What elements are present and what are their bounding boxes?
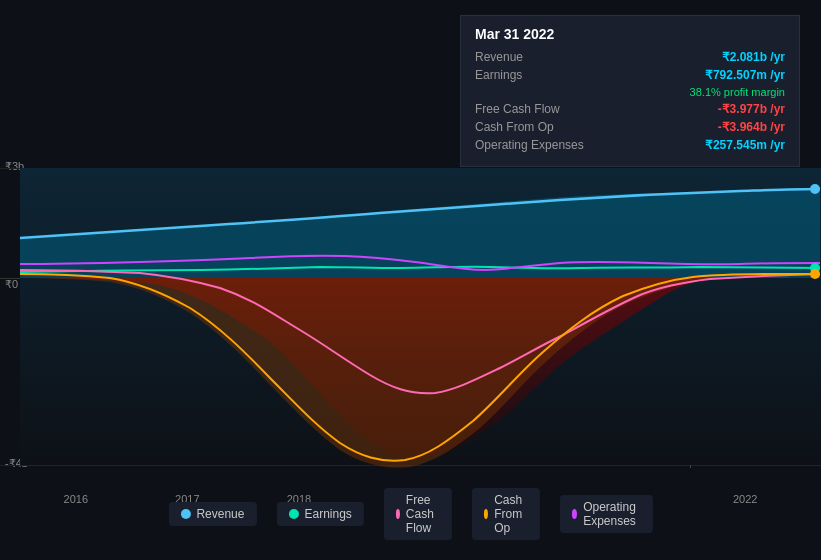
tooltip-box: Mar 31 2022 Revenue ₹2.081b /yr Earnings… <box>460 15 800 167</box>
legend-revenue[interactable]: Revenue <box>168 502 256 526</box>
legend-opex[interactable]: Operating Expenses <box>560 495 653 533</box>
legend-revenue-dot <box>180 509 190 519</box>
x-label-2022: 2022 <box>733 493 757 505</box>
chart-legend: Revenue Earnings Free Cash Flow Cash Fro… <box>168 488 652 540</box>
legend-opex-label: Operating Expenses <box>583 500 640 528</box>
legend-earnings-label: Earnings <box>304 507 351 521</box>
tooltip-opex-row: Operating Expenses ₹257.545m /yr <box>475 138 785 152</box>
x-label-2016: 2016 <box>64 493 88 505</box>
legend-cfo[interactable]: Cash From Op <box>472 488 540 540</box>
tooltip-fcf-label: Free Cash Flow <box>475 102 595 116</box>
tooltip-cfo-row: Cash From Op -₹3.964b /yr <box>475 120 785 134</box>
tooltip-opex-value: ₹257.545m /yr <box>705 138 785 152</box>
tooltip-fcf-value: -₹3.977b /yr <box>718 102 785 116</box>
tooltip-cfo-value: -₹3.964b /yr <box>718 120 785 134</box>
tooltip-earnings-label: Earnings <box>475 68 595 82</box>
legend-cfo-dot <box>484 509 488 519</box>
tooltip-margin-row: 38.1% profit margin <box>475 86 785 98</box>
legend-revenue-label: Revenue <box>196 507 244 521</box>
tooltip-title: Mar 31 2022 <box>475 26 785 42</box>
legend-earnings[interactable]: Earnings <box>276 502 363 526</box>
legend-earnings-dot <box>288 509 298 519</box>
legend-fcf-label: Free Cash Flow <box>406 493 440 535</box>
legend-fcf-dot <box>396 509 400 519</box>
tooltip-cfo-label: Cash From Op <box>475 120 595 134</box>
tooltip-revenue-label: Revenue <box>475 50 595 64</box>
cfo-dot <box>810 269 820 279</box>
revenue-dot <box>810 184 820 194</box>
legend-opex-dot <box>572 509 577 519</box>
tooltip-fcf-row: Free Cash Flow -₹3.977b /yr <box>475 102 785 116</box>
tooltip-opex-label: Operating Expenses <box>475 138 595 152</box>
legend-cfo-label: Cash From Op <box>494 493 528 535</box>
tooltip-earnings-value: ₹792.507m /yr <box>705 68 785 82</box>
tooltip-revenue-value: ₹2.081b /yr <box>722 50 785 64</box>
legend-fcf[interactable]: Free Cash Flow <box>384 488 452 540</box>
tooltip-earnings-row: Earnings ₹792.507m /yr <box>475 68 785 82</box>
chart-container: Mar 31 2022 Revenue ₹2.081b /yr Earnings… <box>0 0 821 560</box>
tooltip-revenue-row: Revenue ₹2.081b /yr <box>475 50 785 64</box>
tooltip-profit-margin: 38.1% profit margin <box>690 86 785 98</box>
